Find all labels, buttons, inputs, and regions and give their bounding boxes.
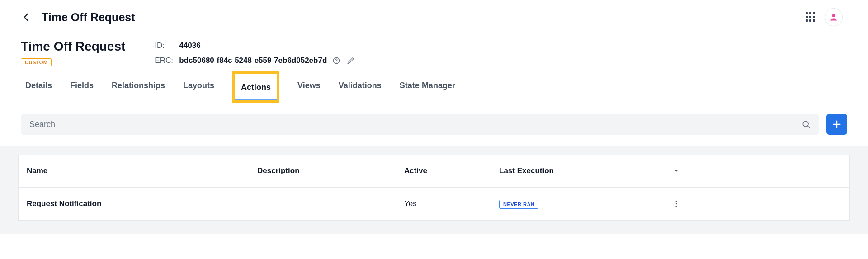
table-row[interactable]: Request Notification Yes NEVER RAN — [19, 188, 849, 221]
object-erc-row: ERC: bdc50680-f84c-5248-e559-7eb6d052eb7… — [155, 56, 356, 66]
tab-views[interactable]: Views — [297, 72, 321, 103]
object-erc-value: bdc50680-f84c-5248-e559-7eb6d052eb7d — [179, 56, 327, 65]
erc-edit-button[interactable] — [346, 56, 356, 66]
cell-last-execution: NEVER RAN — [491, 188, 658, 220]
add-action-button[interactable] — [826, 114, 847, 135]
svg-point-0 — [832, 14, 835, 17]
pencil-icon — [347, 57, 355, 65]
cell-active: Yes — [396, 188, 491, 220]
object-id-row: ID: 44036 — [155, 41, 356, 50]
tab-relationships[interactable]: Relationships — [112, 72, 165, 103]
svg-point-8 — [676, 203, 677, 205]
user-avatar-button[interactable] — [825, 8, 843, 26]
svg-point-7 — [676, 201, 677, 202]
cell-name: Request Notification — [19, 188, 249, 220]
erc-help-button[interactable] — [331, 56, 341, 66]
content-panel: Name Description Active Last Execution R… — [0, 146, 868, 234]
custom-badge: CUSTOM — [21, 58, 52, 66]
row-actions-menu[interactable] — [658, 188, 694, 220]
col-name[interactable]: Name — [19, 155, 249, 187]
object-id-label: ID: — [155, 41, 175, 50]
col-active[interactable]: Active — [396, 155, 491, 187]
object-name: Time Off Request — [21, 39, 125, 54]
svg-point-2 — [336, 62, 337, 62]
user-icon — [829, 13, 838, 22]
search-box[interactable] — [21, 114, 819, 135]
tab-fields[interactable]: Fields — [70, 72, 94, 103]
col-last-execution[interactable]: Last Execution — [491, 155, 658, 187]
last-execution-badge: NEVER RAN — [499, 200, 538, 209]
caret-down-icon — [673, 168, 679, 174]
object-meta: ID: 44036 ERC: bdc50680-f84c-5248-e559-7… — [155, 39, 356, 72]
chevron-left-icon — [23, 13, 29, 22]
tab-layouts[interactable]: Layouts — [183, 72, 214, 103]
tab-actions[interactable]: Actions — [232, 71, 279, 103]
svg-line-4 — [808, 126, 810, 128]
kebab-icon — [672, 200, 680, 208]
topbar-left: Time Off Request — [21, 11, 135, 24]
tab-state-manager[interactable]: State Manager — [400, 72, 455, 103]
search-input[interactable] — [29, 120, 802, 129]
cell-description — [249, 192, 396, 216]
col-settings-button[interactable] — [658, 156, 694, 186]
page-title: Time Off Request — [42, 11, 135, 24]
tabs-row: Details Fields Relationships Layouts Act… — [0, 72, 868, 103]
tab-validations[interactable]: Validations — [339, 72, 382, 103]
svg-point-9 — [676, 206, 677, 207]
help-icon — [332, 57, 340, 65]
back-button[interactable] — [21, 12, 32, 23]
top-bar: Time Off Request — [0, 0, 868, 31]
object-header-section: Time Off Request CUSTOM ID: 44036 ERC: b… — [0, 31, 868, 103]
object-id-value: 44036 — [179, 41, 200, 50]
plus-icon — [832, 119, 842, 129]
topbar-right — [806, 8, 847, 26]
search-add-row — [0, 103, 868, 146]
search-icon — [802, 120, 811, 129]
col-description[interactable]: Description — [249, 155, 396, 187]
table-header-row: Name Description Active Last Execution — [19, 155, 849, 188]
actions-table: Name Description Active Last Execution R… — [18, 155, 850, 221]
object-identity: Time Off Request CUSTOM — [21, 39, 138, 72]
object-erc-label: ERC: — [155, 56, 175, 65]
apps-menu-button[interactable] — [806, 12, 816, 22]
tab-details[interactable]: Details — [25, 72, 52, 103]
